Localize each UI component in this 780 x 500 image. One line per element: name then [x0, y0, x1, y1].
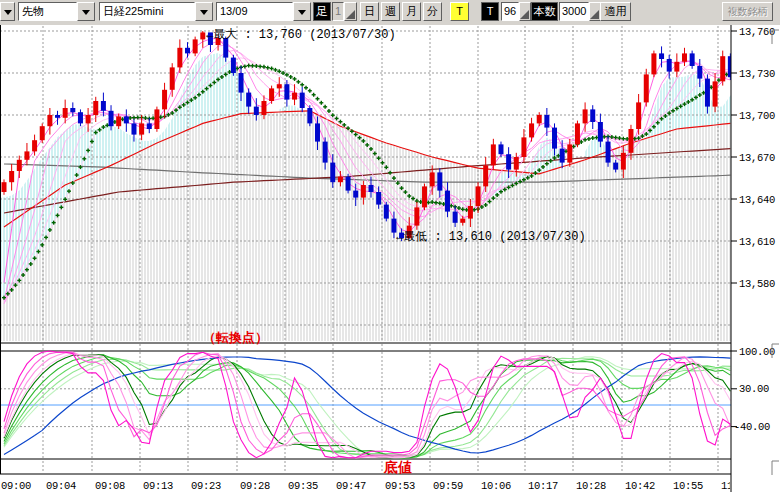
instrument-type-select[interactable]: 先物 — [18, 2, 95, 21]
min-price-annotation: ←最低 : 13,610 (2013/07/30) — [396, 228, 586, 245]
turning-point-annotation: （転換点） — [203, 329, 268, 347]
price-axis-label: 13,730 — [739, 68, 775, 80]
edge-dropdown-arrow-button[interactable] — [0, 2, 15, 21]
dropdown-arrow-glyph — [200, 10, 208, 19]
price-and-rci-chart: 13,76013,73013,70013,67013,64013,61013,5… — [0, 0, 780, 500]
triangle-glyph — [346, 10, 355, 19]
oscillator-axis-label: 30.00 — [739, 383, 769, 395]
time-axis-label: 10:17 — [528, 480, 558, 492]
dropdown-arrow-glyph — [82, 10, 90, 19]
time-axis-label: 09:59 — [433, 480, 463, 492]
spinner-triangle-icon[interactable] — [344, 2, 357, 21]
instrument-type-value: 先物 — [18, 2, 77, 21]
dropdown-arrow-icon[interactable] — [77, 2, 95, 21]
interval-value: 1 — [332, 2, 344, 21]
bar-type-label: 足 — [313, 2, 331, 21]
time-axis-label: 09:00 — [1, 480, 31, 492]
price-axis-label: 13,610 — [739, 236, 775, 248]
time-axis-label: 09:08 — [95, 480, 125, 492]
oscillator-axis-label: -40.00 — [734, 421, 770, 433]
triangle-glyph — [590, 10, 599, 19]
time-axis-label: 09:35 — [288, 480, 318, 492]
price-axis-label: 13,580 — [739, 278, 775, 290]
time-axis-label: 10:42 — [625, 480, 655, 492]
period-button-week[interactable]: 週 — [381, 2, 400, 21]
tick-count-value: 96 — [501, 2, 519, 21]
oscillator-axis-label: 100.00 — [739, 346, 775, 358]
bar-count-label: 本数 — [531, 2, 558, 21]
time-axis-label: 09:47 — [336, 480, 366, 492]
time-axis-label: 09:53 — [385, 480, 415, 492]
price-axis-label: 13,760 — [739, 26, 775, 38]
instrument-select[interactable]: 日経225mini — [99, 2, 213, 21]
spinner-triangle-icon[interactable] — [519, 2, 531, 21]
tick-count-label: T — [481, 2, 499, 21]
bottom-price-annotation: 底値 — [384, 459, 412, 477]
time-axis-label: 09:28 — [240, 480, 270, 492]
multi-symbol-button[interactable]: 複数銘柄 — [722, 2, 773, 21]
max-price-annotation: ←最大 : 13,760 (2013/07/30) — [206, 26, 396, 43]
price-axis-label: 13,700 — [739, 110, 775, 122]
time-axis-label: 10:55 — [673, 480, 703, 492]
dropdown-arrow-glyph — [298, 10, 306, 19]
contract-month-value: 13/09 — [216, 2, 293, 21]
time-axis-label: 09:04 — [46, 480, 76, 492]
tick-count-spinner[interactable]: 96 — [501, 2, 529, 21]
dropdown-arrow-icon[interactable] — [195, 2, 213, 21]
toolbar: 先物 日経225mini 13/09 足 1 日 週 月 分 T T 96 本数… — [0, 0, 780, 25]
time-axis-label: 09:23 — [191, 480, 221, 492]
pane-grip-icon — [772, 461, 779, 475]
instrument-value: 日経225mini — [99, 2, 195, 21]
period-button-tick[interactable]: T — [450, 2, 469, 21]
dropdown-arrow-icon — [4, 10, 12, 19]
triangle-glyph — [520, 10, 529, 19]
price-axis-label: 13,640 — [739, 194, 775, 206]
contract-month-select[interactable]: 13/09 — [216, 2, 311, 21]
period-button-month[interactable]: 月 — [402, 2, 421, 21]
bar-count-value: 3000 — [559, 2, 589, 21]
period-button-minute[interactable]: 分 — [423, 2, 442, 21]
price-axis-label: 13,670 — [739, 152, 775, 164]
bar-count-spinner[interactable]: 3000 — [559, 2, 598, 21]
time-axis-label: 10:28 — [576, 480, 606, 492]
period-button-day[interactable]: 日 — [360, 2, 379, 21]
dropdown-arrow-icon[interactable] — [293, 2, 311, 21]
time-axis-label: 09:13 — [143, 480, 173, 492]
time-axis-label: 11:07 — [721, 480, 751, 492]
interval-spinner[interactable]: 1 — [332, 2, 357, 21]
apply-button[interactable]: 適用 — [600, 2, 631, 21]
time-axis-label: 10:06 — [481, 480, 511, 492]
chart-application-window: 先物 日経225mini 13/09 足 1 日 週 月 分 T T 96 本数… — [0, 0, 780, 500]
